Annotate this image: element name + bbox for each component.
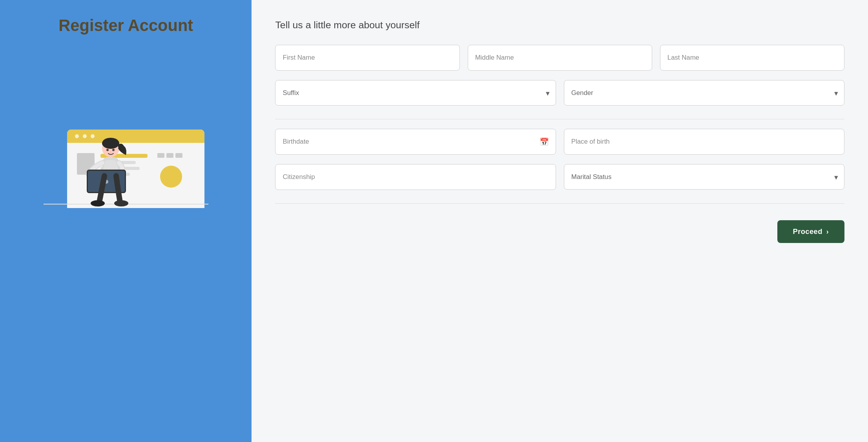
- suffix-gender-row: Suffix Jr. Sr. II III ▾ Gender Male Fema…: [275, 80, 844, 106]
- marital-status-field: Marital Status Single Married Divorced W…: [564, 164, 844, 190]
- place-of-birth-field: [564, 129, 844, 155]
- first-name-field: [275, 45, 460, 71]
- svg-point-24: [112, 149, 115, 151]
- proceed-row: Proceed ›: [275, 220, 844, 243]
- birthdate-field: 📅: [275, 129, 556, 155]
- register-title: Register Account: [58, 16, 193, 35]
- illustration-svg: [36, 51, 216, 216]
- middle-name-field: [468, 45, 652, 71]
- suffix-select-wrapper: Suffix Jr. Sr. II III ▾: [275, 80, 556, 106]
- last-name-field: [660, 45, 844, 71]
- gender-select-wrapper: Gender Male Female Other ▾: [564, 80, 844, 106]
- svg-point-5: [91, 134, 95, 138]
- last-name-input[interactable]: [660, 45, 844, 71]
- svg-point-4: [83, 134, 87, 138]
- svg-point-3: [75, 134, 79, 138]
- birth-row: 📅: [275, 129, 844, 155]
- middle-name-input[interactable]: [468, 45, 652, 71]
- proceed-label: Proceed: [793, 227, 822, 236]
- birthdate-input[interactable]: [275, 129, 556, 155]
- form-subtitle: Tell us a little more about yourself: [275, 20, 844, 31]
- svg-point-22: [102, 138, 119, 149]
- left-panel: Register Account: [0, 0, 252, 442]
- marital-status-select[interactable]: Marital Status Single Married Divorced W…: [564, 164, 844, 190]
- citizenship-marital-row: Marital Status Single Married Divorced W…: [275, 164, 844, 190]
- gender-field: Gender Male Female Other ▾: [564, 80, 844, 106]
- citizenship-input[interactable]: [275, 164, 556, 190]
- divider-2: [275, 203, 844, 204]
- proceed-button[interactable]: Proceed ›: [777, 220, 844, 243]
- marital-select-wrapper: Marital Status Single Married Divorced W…: [564, 164, 844, 190]
- citizenship-field: [275, 164, 556, 190]
- svg-point-30: [91, 200, 105, 206]
- svg-rect-14: [166, 153, 173, 158]
- svg-rect-2: [67, 137, 204, 143]
- name-row: [275, 45, 844, 71]
- first-name-input[interactable]: [275, 45, 460, 71]
- divider-1: [275, 119, 844, 119]
- illustration: [12, 51, 240, 216]
- svg-point-25: [110, 151, 111, 152]
- suffix-field: Suffix Jr. Sr. II III ▾: [275, 80, 556, 106]
- gender-select[interactable]: Gender Male Female Other: [564, 80, 844, 106]
- svg-point-23: [106, 149, 109, 151]
- suffix-select[interactable]: Suffix Jr. Sr. II III: [275, 80, 556, 106]
- place-of-birth-input[interactable]: [564, 129, 844, 155]
- svg-rect-13: [157, 153, 164, 158]
- right-panel: Tell us a little more about yourself Suf…: [252, 0, 868, 442]
- svg-rect-15: [175, 153, 182, 158]
- proceed-chevron-icon: ›: [826, 228, 829, 236]
- svg-point-31: [114, 200, 128, 206]
- svg-point-16: [160, 166, 182, 188]
